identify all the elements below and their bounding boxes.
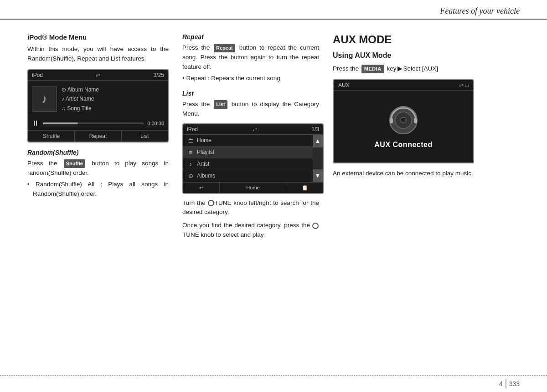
ipod-control-buttons: Shuffle Repeat List <box>28 130 168 142</box>
media-inline-btn: MEDIA <box>361 65 384 73</box>
list-item-label: Artist <box>197 161 209 167</box>
back-button[interactable]: ↩ <box>183 183 219 193</box>
list-item-label: Home <box>197 137 212 143</box>
random-text1: Press the <box>27 160 57 167</box>
main-content: iPod® Mode Menu Within this mode, you wi… <box>0 20 547 254</box>
page-header: Features of your vehicle <box>0 0 547 20</box>
list-items: 🗀 Home ≡ Playlist ♪ Artist ⊙ Albums <box>183 135 313 182</box>
list-footer-icon[interactable]: 📋 <box>287 183 323 193</box>
song-title: ♫ Song Title <box>62 104 164 113</box>
scroll-down-arrow[interactable]: ▼ <box>313 169 323 182</box>
footer-page-number: 333 <box>509 380 520 387</box>
select-text: Select [AUX] <box>403 65 439 72</box>
tune-knob-icon <box>208 200 214 206</box>
svg-point-2 <box>401 117 406 123</box>
ipod-screen-header: iPod ⇌ 3/25 <box>28 70 168 81</box>
ipod-mode-title: iPod® Mode Menu <box>27 33 169 41</box>
aux-icons: ⇌ □ <box>459 82 469 88</box>
album-art-box: ♪ <box>32 87 57 112</box>
ipod-usb-icon: ⇌ <box>96 72 100 78</box>
albums-icon: ⊙ <box>187 173 194 179</box>
ipod-label: iPod <box>32 72 43 78</box>
press-text1: Press the <box>333 65 359 72</box>
list-usb-icon: ⇌ <box>253 126 257 132</box>
repeat-text1: Press the <box>182 44 210 51</box>
artist-name: ♪ Artist Name <box>62 94 164 103</box>
list-text1: Press the <box>182 101 210 107</box>
right-column: AUX MODE Using AUX Mode Press the MEDIA … <box>328 33 520 240</box>
footer-divider <box>506 379 506 388</box>
random-bullet: • Random(Shuffle) All : Plays all songs … <box>27 180 169 199</box>
scroll-up-arrow[interactable]: ▲ <box>313 135 323 148</box>
aux-disc-icon <box>387 104 419 136</box>
list-footer: ↩ Home 📋 <box>183 182 323 193</box>
mid-column: Repeat Press the Repeat button to repeat… <box>178 33 328 240</box>
arrow-right-icon: ▶ <box>397 65 403 72</box>
repeat-body: Press the Repeat button to repeat the cu… <box>182 43 319 72</box>
aux-main-title: AUX MODE <box>333 33 520 46</box>
progress-bar <box>43 122 144 124</box>
footer-chapter: 4 <box>499 380 503 387</box>
aux-press-text: Press the MEDIA key▶Select [AUX] <box>333 64 520 74</box>
header-title: Features of your vehicle <box>440 6 520 16</box>
chapter-number: 4 <box>499 380 503 387</box>
home-footer-btn[interactable]: Home <box>219 183 287 193</box>
artist-icon: ♪ <box>187 161 194 168</box>
progress-row: ⏸ 0:00:30 <box>28 117 168 130</box>
list-section-title: List <box>182 90 319 97</box>
list-item-label: Playlist <box>197 149 214 155</box>
playlist-icon: ≡ <box>187 149 194 156</box>
aux-screen: AUX ⇌ □ AUX Connected <box>333 79 474 163</box>
aux-screen-header: AUX ⇌ □ <box>334 80 473 91</box>
ipod-page: 3/25 <box>154 72 164 78</box>
list-item: ⊙ Albums <box>183 170 313 182</box>
repeat-section-title: Repeat <box>182 33 319 41</box>
list-body: Press the List button to display the Cat… <box>182 100 319 119</box>
ipod-screen-left: iPod ⇌ 3/25 ♪ ⊙ Album Name ♪ Artist Name… <box>27 69 169 143</box>
repeat-inline-btn: Repeat <box>214 44 235 52</box>
scroll-column: ▲ ▼ <box>313 135 323 182</box>
press-text2: key <box>387 65 397 72</box>
repeat-button[interactable]: Repeat <box>75 131 121 142</box>
aux-subtitle: Using AUX Mode <box>333 51 520 60</box>
ipod-mode-body: Within this mode, you will have access t… <box>27 45 169 64</box>
list-inline-btn: List <box>214 100 227 109</box>
home-icon: 🗀 <box>187 137 194 144</box>
aux-body: AUX Connected <box>334 91 473 163</box>
shuffle-button[interactable]: Shuffle <box>28 131 75 142</box>
ipod-list-screen: iPod ⇌ 1/3 🗀 Home ≡ Playlist ♪ Ar <box>182 123 324 194</box>
random-body: Press the Shuffle button to play songs i… <box>27 159 169 178</box>
music-note-icon: ♪ <box>41 92 47 106</box>
list-ipod-label: iPod <box>187 126 198 132</box>
time-display: 0:00:30 <box>147 121 164 126</box>
list-item: 🗀 Home <box>183 135 313 147</box>
tune-knob-icon2 <box>312 223 319 229</box>
list-item: ♪ Artist <box>183 158 313 170</box>
album-name: ⊙ Album Name <box>62 85 164 94</box>
aux-connected-text: AUX Connected <box>374 141 432 149</box>
progress-fill <box>43 122 78 124</box>
svg-rect-3 <box>414 118 417 123</box>
list-page: 1/3 <box>311 126 319 132</box>
track-info: ⊙ Album Name ♪ Artist Name ♫ Song Title <box>62 85 164 113</box>
list-content: 🗀 Home ≡ Playlist ♪ Artist ⊙ Albums <box>183 135 323 182</box>
left-column: iPod® Mode Menu Within this mode, you wi… <box>27 33 178 240</box>
random-section-title: Random(Shuffle) <box>27 149 169 156</box>
pause-icon: ⏸ <box>32 119 39 127</box>
repeat-bullet: • Repeat : Repeats the current song <box>182 74 319 83</box>
list-item: ≡ Playlist <box>183 147 313 158</box>
list-button[interactable]: List <box>122 131 168 142</box>
aux-body-text: An external device can be connected to p… <box>333 169 520 178</box>
page-footer: 4 333 <box>0 375 547 392</box>
list-item-label: Albums <box>197 173 215 179</box>
shuffle-inline-btn: Shuffle <box>64 159 85 168</box>
turn-text: Turn the TUNE knob left/right to search … <box>182 199 319 218</box>
aux-label: AUX <box>338 82 350 88</box>
ipod-body: ♪ ⊙ Album Name ♪ Artist Name ♫ Song Titl… <box>28 81 168 117</box>
once-text: Once you find the desired category, pres… <box>182 221 319 240</box>
list-screen-header: iPod ⇌ 1/3 <box>183 124 323 135</box>
